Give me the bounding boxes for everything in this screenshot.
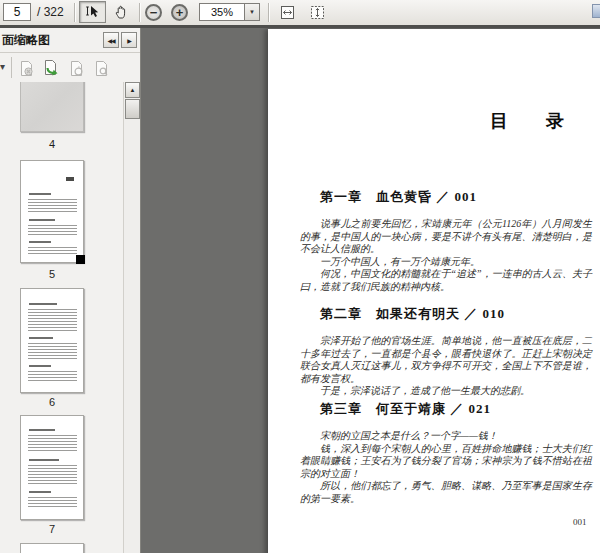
thumbnail-text-lines <box>28 309 77 331</box>
page-extract-button[interactable] <box>42 58 60 78</box>
toc-chapter-1: 第一章 血色黄昏 ／ 001 说事儿之前要先回忆，宋靖康元年（公元1126年）八… <box>300 188 592 293</box>
top-toolbar: / 322 − + ▼ <box>0 0 600 28</box>
thumbnail-text-lines <box>28 343 77 359</box>
page-delete-icon <box>19 60 34 77</box>
toolbar-separator <box>74 3 75 22</box>
chapter-heading: 第一章 血色黄昏 ／ 001 <box>320 188 592 206</box>
separator <box>11 57 12 78</box>
thumbnail-text-lines <box>29 193 51 195</box>
thumbnail-page-4[interactable] <box>20 82 84 132</box>
page-rotate-button[interactable] <box>67 58 85 78</box>
thumbnail-page-label: 6 <box>20 396 84 408</box>
page-delete-button[interactable] <box>17 58 35 78</box>
thumbnail-text-lines <box>28 497 77 509</box>
select-tool-button[interactable] <box>79 1 106 23</box>
thumbnail-page-5[interactable] <box>20 160 84 263</box>
page-magnify-button[interactable] <box>92 58 110 78</box>
chapter-heading: 第二章 如果还有明天 ／ 010 <box>320 305 592 323</box>
thumbnail-text-lines <box>28 247 77 256</box>
fit-page-icon <box>309 4 326 21</box>
thumbnails-scrollbar[interactable]: ▲ <box>123 82 140 553</box>
panel-back-button[interactable]: ◀◀ <box>103 32 119 48</box>
thumbnail-text-lines <box>29 337 53 339</box>
thumbnail-text-lines <box>28 199 77 213</box>
fit-width-icon <box>279 4 296 21</box>
thumbnail-text-lines <box>28 435 77 453</box>
thumbnail-text-lines <box>29 491 51 493</box>
chapter-summary: 宗泽开始了他的官场生涯。简单地说，他一直被压在底层，二十多年过去了，一直都是个县… <box>300 335 592 385</box>
thumbnail-page-8[interactable] <box>20 543 84 553</box>
toolbar-separator <box>268 3 269 22</box>
document-page: 目 录 第一章 血色黄昏 ／ 001 说事儿之前要先回忆，宋靖康元年（公元112… <box>268 29 600 553</box>
document-area[interactable]: 目 录 第一章 血色黄昏 ／ 001 说事儿之前要先回忆，宋靖康元年（公元112… <box>141 28 600 553</box>
cropped-icon-fragment <box>592 4 600 18</box>
zoom-level-input[interactable] <box>199 3 244 21</box>
page-magnify-icon <box>94 60 109 77</box>
page-extract-icon <box>43 59 59 77</box>
thumbnail-page-label: 4 <box>20 138 84 150</box>
thumbnail-list: 4 5 6 <box>0 82 124 553</box>
scroll-up-button[interactable]: ▲ <box>125 82 140 98</box>
chapter-summary: 说事儿之前要先回忆，宋靖康元年（公元1126年）八月间发生的事，是中国人的一块心… <box>300 218 592 256</box>
fit-page-button[interactable] <box>304 1 330 23</box>
select-cursor-icon <box>85 4 101 20</box>
chapter-heading: 第三章 何至于靖康 ／ 021 <box>320 400 592 418</box>
toolbar-separator <box>139 3 140 22</box>
thumbnail-page-label: 7 <box>20 523 84 535</box>
zoom-in-button[interactable]: + <box>171 4 188 21</box>
toc-chapter-2: 第二章 如果还有明天 ／ 010 宗泽开始了他的官场生涯。简单地说，他一直被压在… <box>300 305 592 398</box>
thumbnail-text-lines <box>29 429 55 431</box>
thumbnails-panel-header: 面缩略图 ◀◀ ▶ <box>0 28 140 53</box>
page-folio-number: 001 <box>573 517 587 527</box>
scrollbar-thumb[interactable] <box>125 99 140 119</box>
thumbnail-page-7[interactable] <box>20 415 84 520</box>
page-rotate-icon <box>69 60 84 77</box>
chapter-summary: 一万个中国人，有一万个靖康元年。 <box>300 256 592 269</box>
hand-tool-icon <box>114 4 130 20</box>
toc-chapter-3: 第三章 何至于靖康 ／ 021 宋朝的立国之本是什么？一个字——钱！ 钱，深入到… <box>300 400 592 505</box>
chapter-summary: 所以，他们都忘了，勇气、胆略、谋略、乃至军事是国家生存的第一要素。 <box>300 480 592 505</box>
zoom-dropdown-button[interactable]: ▼ <box>244 3 260 21</box>
thumbnail-page-label: 5 <box>20 268 84 280</box>
thumbnail-text-lines <box>28 225 77 237</box>
panel-title: 面缩略图 <box>2 32 50 49</box>
thumbnail-text-lines <box>66 177 74 181</box>
zoom-out-button[interactable]: − <box>145 4 162 21</box>
chapter-summary: 钱，深入到每个宋朝人的心里，百姓拼命地赚钱；士大夫们红着眼睛赚钱；王安石为了钱分… <box>300 443 592 481</box>
chapter-summary: 何况，中国文化的精髓就在于“追述”，一连串的古人云、夫子曰，造就了我们民族的精神… <box>300 268 592 293</box>
options-caret-icon[interactable]: ▾ <box>0 61 5 72</box>
page-number-input[interactable] <box>3 3 31 21</box>
thumbnails-panel: 面缩略图 ◀◀ ▶ ▾ <box>0 28 141 553</box>
thumbnail-page-6[interactable] <box>20 288 84 393</box>
chapter-summary: 宋朝的立国之本是什么？一个字——钱！ <box>300 430 592 443</box>
visible-area-marker[interactable] <box>76 255 85 264</box>
thumbnail-text-lines <box>29 303 57 305</box>
chapter-summary: 于是，宗泽说话了，造成了他一生最大的悲剧。 <box>300 385 592 398</box>
fit-width-button[interactable] <box>274 1 300 23</box>
thumbnail-text-lines <box>29 219 55 221</box>
thumbnail-text-lines <box>28 371 77 383</box>
thumbnail-text-lines <box>28 465 77 485</box>
thumbnail-text-lines <box>29 241 51 243</box>
hand-tool-button[interactable] <box>108 1 135 23</box>
toc-title: 目 录 <box>490 109 574 133</box>
panel-forward-button[interactable]: ▶ <box>121 32 137 48</box>
thumbnail-text-lines <box>29 365 51 367</box>
thumbnail-text-lines <box>29 459 59 461</box>
thumbnails-toolbar: ▾ <box>0 53 140 82</box>
page-total-label: / 322 <box>37 0 64 25</box>
